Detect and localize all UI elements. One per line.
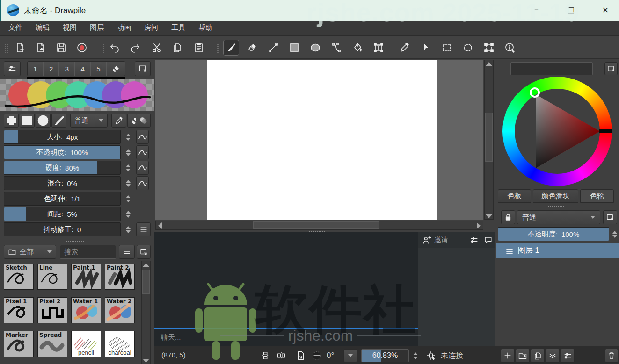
- rotation-reset-button[interactable]: [310, 349, 324, 363]
- layer-opacity-slider[interactable]: 不透明度:100%: [498, 227, 609, 241]
- preset-spread[interactable]: Spread: [37, 331, 67, 357]
- brush-blend-mode-select[interactable]: 普通: [70, 114, 108, 128]
- add-layer-button[interactable]: [501, 349, 515, 363]
- canvas-viewport[interactable]: [155, 60, 483, 220]
- scroll-down-icon[interactable]: [143, 359, 149, 363]
- brush-smudge-spinner[interactable]: [123, 176, 134, 190]
- preset-scrollbar[interactable]: [141, 261, 151, 364]
- preset-search-input[interactable]: 搜索: [60, 245, 116, 259]
- preset-line[interactable]: Line: [37, 264, 67, 290]
- copy-button[interactable]: [169, 40, 185, 56]
- zoom-spinner[interactable]: [411, 349, 420, 362]
- inspector-tool-button[interactable]: [502, 40, 518, 56]
- square-shape-button[interactable]: [20, 114, 35, 128]
- pixel-round-shape-button[interactable]: [4, 114, 19, 128]
- preset-charcoal[interactable]: charcoal: [105, 331, 135, 357]
- preset-pencil[interactable]: pencil: [71, 331, 101, 357]
- preset-pixel1[interactable]: Pixel 1: [4, 297, 34, 323]
- brush-slot-3[interactable]: 3: [59, 62, 75, 76]
- tab-palette[interactable]: 色板: [498, 189, 531, 203]
- menu-edit[interactable]: 编辑: [30, 21, 55, 34]
- brush-slot-2[interactable]: 2: [44, 62, 59, 76]
- brush-slot-5[interactable]: 5: [91, 62, 107, 76]
- text-tool-button[interactable]: [371, 40, 386, 56]
- scroll-down-icon[interactable]: [486, 214, 492, 218]
- redo-button[interactable]: [127, 40, 143, 56]
- round-shape-button[interactable]: [36, 114, 51, 128]
- stabilizer-slider[interactable]: 抖动修正:0: [4, 222, 121, 236]
- close-button[interactable]: ×: [598, 4, 612, 16]
- brush-hardness-spinner[interactable]: [123, 161, 134, 175]
- soft-brush-shape-button[interactable]: [51, 114, 66, 128]
- brush-opacity-slider[interactable]: 不透明度:100%: [4, 145, 121, 159]
- toolbar-drag-handle[interactable]: [216, 42, 220, 53]
- smudge-mode-button[interactable]: [136, 114, 151, 128]
- menu-tools[interactable]: 工具: [166, 21, 191, 34]
- pick-from-layer-button[interactable]: [111, 114, 126, 128]
- preset-menu-button[interactable]: [119, 245, 135, 259]
- panel-splitter[interactable]: [66, 240, 84, 242]
- brush-dock-menu-button[interactable]: [135, 61, 151, 76]
- canvas[interactable]: [207, 60, 437, 220]
- rectangle-tool-button[interactable]: [286, 40, 302, 56]
- merge-layer-button[interactable]: [546, 349, 560, 363]
- color-selector-ring[interactable]: [531, 88, 539, 97]
- transform-tool-button[interactable]: [481, 40, 497, 56]
- layer-opacity-spinner[interactable]: [611, 227, 619, 241]
- brush-spacing-spinner[interactable]: [123, 207, 134, 221]
- laser-pointer-tool-button[interactable]: [418, 40, 434, 56]
- chat-input[interactable]: 聊天...: [161, 333, 181, 342]
- fill-tool-button[interactable]: [350, 40, 365, 56]
- color-pickup-slider[interactable]: 色延伸:1/1: [4, 192, 121, 206]
- stabilizer-spinner[interactable]: [123, 222, 134, 236]
- preset-water1[interactable]: Water 1: [71, 297, 101, 323]
- brush-opacity-spinner[interactable]: [123, 145, 134, 159]
- brush-slot-1[interactable]: 1: [28, 62, 44, 76]
- paste-button[interactable]: [191, 40, 207, 56]
- menu-session[interactable]: 房间: [138, 21, 164, 34]
- preset-paint2[interactable]: Paint 2: [105, 264, 135, 290]
- maximize-button[interactable]: □: [564, 5, 578, 16]
- eraser-tool-button[interactable]: [244, 40, 260, 56]
- menu-layer[interactable]: 图层: [84, 21, 109, 34]
- ellipse-tool-button[interactable]: [307, 40, 323, 56]
- tab-color-wheel[interactable]: 色轮: [580, 189, 614, 203]
- menu-help[interactable]: 帮助: [193, 21, 218, 34]
- rotation-dropdown-button[interactable]: [343, 349, 357, 362]
- scroll-up-icon[interactable]: [143, 263, 149, 267]
- session-settings-button[interactable]: [467, 234, 481, 246]
- chat-dock-button[interactable]: [481, 234, 495, 246]
- canvas-background-button[interactable]: [294, 349, 308, 363]
- preset-marker[interactable]: Marker: [4, 331, 34, 357]
- tab-color-sliders[interactable]: 颜色滑块: [533, 189, 578, 203]
- colorpicker-tool-button[interactable]: [397, 40, 413, 56]
- toolbar-drag-handle[interactable]: [101, 42, 105, 53]
- brush-tool-button[interactable]: [223, 40, 239, 56]
- scroll-up-icon[interactable]: [486, 62, 492, 66]
- layer-lock-button[interactable]: [501, 210, 515, 224]
- view-flip-button[interactable]: [258, 349, 272, 363]
- view-mirror-button[interactable]: [274, 349, 288, 363]
- connection-status-button[interactable]: [424, 349, 438, 363]
- menu-animation[interactable]: 动画: [111, 21, 137, 34]
- sv-triangle[interactable]: [502, 77, 612, 186]
- brush-spacing-slider[interactable]: 间距:5%: [4, 207, 121, 221]
- stabilizer-menu-button[interactable]: [136, 222, 151, 236]
- layer-item-selected[interactable]: 图层 1: [496, 243, 619, 258]
- preset-water2[interactable]: Water 2: [105, 297, 135, 323]
- undo-button[interactable]: [107, 40, 123, 56]
- brush-slot-4[interactable]: 4: [75, 62, 91, 76]
- add-group-button[interactable]: [516, 349, 530, 363]
- color-pickup-spinner[interactable]: [123, 192, 134, 206]
- toolbar-drag-handle[interactable]: [5, 42, 8, 53]
- scroll-thumb[interactable]: [142, 270, 150, 294]
- save-button[interactable]: [53, 40, 69, 56]
- menu-file[interactable]: 文件: [3, 21, 28, 34]
- brush-settings-button[interactable]: [4, 61, 21, 76]
- scroll-left-icon[interactable]: [158, 222, 162, 229]
- lasso-select-tool-button[interactable]: [460, 40, 476, 56]
- duplicate-layer-button[interactable]: [531, 349, 545, 363]
- preset-paint1[interactable]: Paint 1: [71, 264, 101, 290]
- brush-opacity-curve-button[interactable]: [136, 145, 149, 159]
- minimize-button[interactable]: −: [529, 6, 543, 15]
